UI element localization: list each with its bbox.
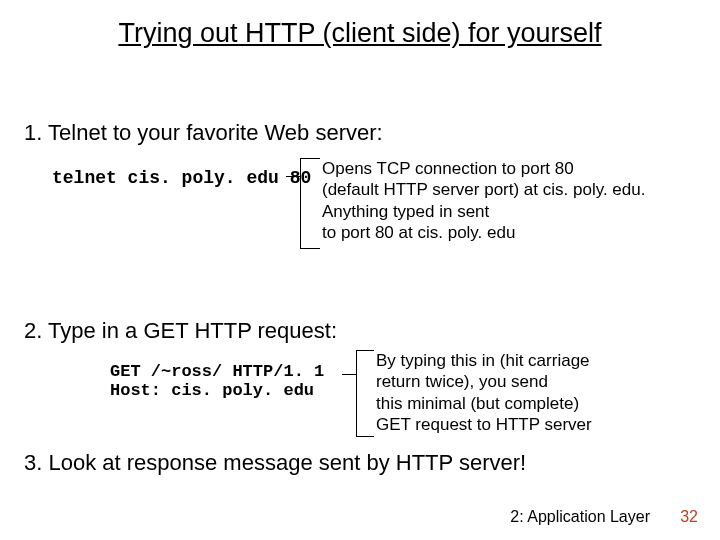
note-get: By typing this in (hit carriage return t…	[376, 350, 706, 435]
note-telnet: Opens TCP connection to port 80 (default…	[322, 158, 712, 243]
step-3: 3. Look at response message sent by HTTP…	[24, 450, 526, 476]
footer-page-number: 32	[680, 508, 698, 526]
slide-title: Trying out HTTP (client side) for yourse…	[0, 18, 720, 49]
step-2: 2. Type in a GET HTTP request:	[24, 318, 337, 344]
footer-section: 2: Application Layer	[510, 508, 650, 526]
callout-pointer-2	[356, 350, 374, 436]
step-1: 1. Telnet to your favorite Web server:	[24, 120, 383, 146]
slide: Trying out HTTP (client side) for yourse…	[0, 0, 720, 540]
code-telnet: telnet cis. poly. edu 80	[52, 168, 311, 188]
code-get: GET /~ross/ HTTP/1. 1 Host: cis. poly. e…	[110, 362, 324, 400]
